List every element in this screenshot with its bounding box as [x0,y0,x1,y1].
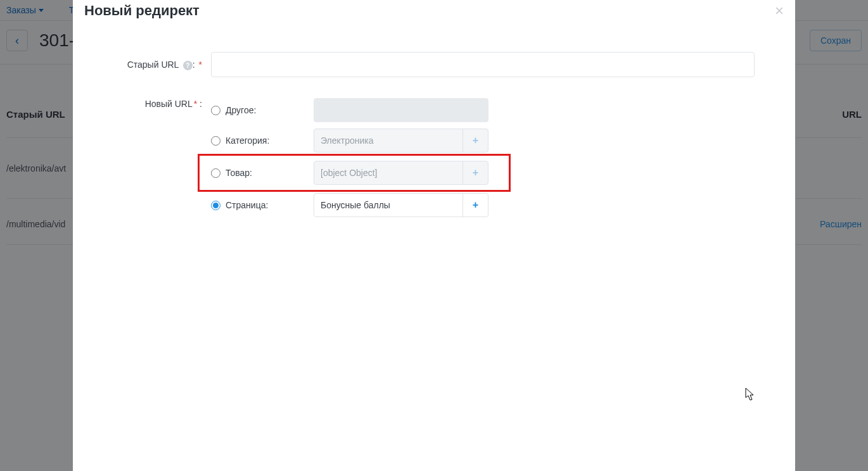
category-picker[interactable]: Электроника + [314,129,488,153]
modal-overlay[interactable]: Новый редирект × Старый URL ?: * Новый U… [0,0,868,471]
radio-product[interactable] [211,168,220,178]
close-icon[interactable]: × [775,3,784,18]
option-product-highlighted: Товар: [object Object] + [200,156,509,190]
required-mark: * [199,60,202,70]
product-picker[interactable]: [object Object] + [314,161,488,185]
plus-icon[interactable]: + [463,129,488,152]
other-input-disabled [314,98,488,122]
option-category[interactable]: Категория: [211,125,314,156]
option-page[interactable]: Страница: [211,190,314,220]
plus-icon[interactable]: + [463,161,488,184]
radio-category[interactable] [211,136,220,146]
radio-other[interactable] [211,106,220,115]
radio-page[interactable] [211,201,220,210]
label-new-url: Новый URL* : [91,95,211,220]
page-picker[interactable]: Бонусные баллы + [314,193,488,217]
plus-icon[interactable]: + [463,194,488,217]
help-icon[interactable]: ? [183,61,193,70]
label-old-url: Старый URL ?: * [91,60,211,70]
old-url-input[interactable] [211,52,755,77]
option-other[interactable]: Другое: [211,95,314,125]
modal-title: Новый редирект [84,3,200,19]
modal-new-redirect: Новый редирект × Старый URL ?: * Новый U… [73,0,795,471]
option-product[interactable]: Товар: [211,168,314,178]
row-old-url: Старый URL ?: * [91,52,758,77]
